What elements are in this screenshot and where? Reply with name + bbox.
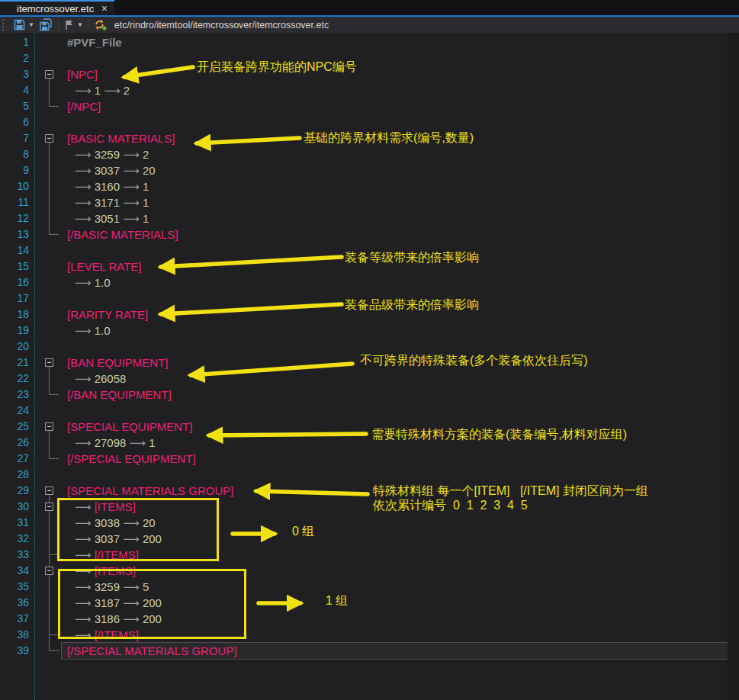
fold-cell[interactable]: − [35, 563, 63, 579]
code-line[interactable] [63, 291, 728, 307]
code-line[interactable]: [BASIC MATERIALS] [63, 130, 728, 146]
code-token-cm: #PVF_File [67, 36, 122, 49]
line-number: 8 [0, 146, 34, 162]
sync-add-icon [93, 18, 107, 31]
code-line[interactable]: ⟶ 1.0 [63, 275, 728, 291]
code-token-ar: ⟶ [75, 148, 95, 161]
code-token-tag: [NPC] [67, 68, 98, 81]
toolbar-separator [88, 19, 88, 31]
code-line[interactable]: ⟶ [/ITEMS] [63, 547, 728, 563]
line-number-gutter: 1234567891011121314151617181920212223242… [0, 33, 35, 700]
code-token-num: 3259 [95, 580, 124, 593]
code-line[interactable]: ⟶ 27098 ⟶ 1 [63, 435, 728, 451]
code-line[interactable]: ⟶ 3038 ⟶ 20 [63, 515, 728, 531]
code-line[interactable]: ⟶ 3259 ⟶ 5 [63, 579, 728, 595]
code-line[interactable]: ⟶ 3187 ⟶ 200 [63, 595, 728, 611]
code-line[interactable]: ⟶ 1 ⟶ 2 [63, 82, 728, 98]
chevron-down-icon[interactable]: ▼ [77, 21, 83, 28]
code-line[interactable]: ⟶ 3051 ⟶ 1 [63, 210, 728, 226]
code-token-ar: ⟶ [123, 196, 143, 209]
fold-collapse-icon[interactable]: − [45, 422, 53, 431]
editor-window: itemcrossover.etc × ▼ [0, 0, 739, 700]
tool-button[interactable] [63, 18, 75, 32]
fold-cell [35, 50, 63, 66]
code-line[interactable] [63, 50, 728, 66]
fold-cell [35, 451, 63, 467]
line-number: 38 [0, 627, 34, 643]
code-token-num: 3038 [95, 516, 124, 529]
fold-collapse-icon[interactable]: − [45, 503, 53, 511]
close-icon[interactable]: × [101, 3, 108, 14]
code-token-ar: ⟶ [75, 580, 95, 593]
code-token-tag: [/BASIC MATERIALS] [67, 228, 178, 241]
code-editor[interactable]: 1234567891011121314151617181920212223242… [0, 33, 739, 700]
code-token-tag: [LEVEL RATE] [67, 260, 142, 273]
fold-cell[interactable]: − [35, 419, 63, 435]
save-button[interactable] [13, 18, 26, 32]
fold-cell[interactable]: − [35, 130, 63, 146]
fold-cell[interactable]: − [35, 483, 63, 499]
code-token-ar: ⟶ [75, 212, 95, 225]
code-line[interactable]: ⟶ 26058 [63, 371, 728, 387]
sync-add-button[interactable] [93, 18, 107, 32]
code-line[interactable]: [BAN EQUIPMENT] [63, 355, 728, 371]
code-line[interactable]: #PVF_File [63, 34, 728, 50]
code-line[interactable] [63, 339, 728, 355]
code-line[interactable] [63, 242, 728, 258]
code-line[interactable]: [/BASIC MATERIALS] [63, 226, 728, 242]
code-line[interactable]: [SPECIAL EQUIPMENT] [63, 419, 728, 435]
code-line[interactable]: ⟶ 3037 ⟶ 20 [63, 162, 728, 178]
code-line[interactable]: [/SPECIAL MATERIALS GROUP] [63, 643, 728, 659]
code-line[interactable]: ⟶ [ITEMS] [63, 563, 728, 579]
fold-cell[interactable]: − [35, 355, 63, 371]
save-all-button[interactable] [39, 18, 53, 32]
code-line[interactable]: [/BAN EQUIPMENT] [63, 387, 728, 403]
toolbar-grip-handle[interactable] [2, 19, 7, 31]
code-line[interactable]: [RARITY RATE] [63, 307, 728, 323]
line-number: 39 [0, 643, 34, 659]
code-line[interactable]: ⟶ 3186 ⟶ 200 [63, 611, 728, 627]
line-number: 30 [0, 499, 34, 515]
file-path-breadcrumb[interactable]: etc/rindro/itemtool/itemcrossover/itemcr… [114, 20, 329, 31]
fold-collapse-icon[interactable]: − [45, 567, 53, 575]
fold-cell [35, 82, 63, 98]
code-line[interactable] [63, 403, 728, 419]
code-line[interactable] [63, 114, 728, 130]
fold-cell[interactable]: − [35, 66, 63, 82]
code-line[interactable]: [/SPECIAL EQUIPMENT] [63, 451, 728, 467]
vertical-scrollbar[interactable] [728, 33, 739, 700]
code-line[interactable]: [NPC] [63, 66, 728, 82]
fold-collapse-icon[interactable]: − [45, 134, 53, 143]
code-line[interactable]: [SPECIAL MATERIALS GROUP] [63, 483, 728, 499]
tab-itemcrossover[interactable]: itemcrossover.etc × [0, 0, 114, 15]
code-line[interactable]: ⟶ 1.0 [63, 323, 728, 339]
fold-collapse-icon[interactable]: − [45, 70, 53, 79]
code-line[interactable] [63, 467, 728, 483]
line-number: 31 [0, 515, 34, 531]
fold-collapse-icon[interactable]: − [45, 358, 53, 367]
line-number: 17 [0, 291, 34, 307]
code-line[interactable]: ⟶ [/ITEMS] [63, 627, 728, 643]
code-line[interactable]: ⟶ 3160 ⟶ 1 [63, 178, 728, 194]
code-line[interactable]: ⟶ 3171 ⟶ 1 [63, 194, 728, 210]
code-token-ar: ⟶ [75, 564, 95, 577]
code-line[interactable]: ⟶ 3259 ⟶ 2 [63, 146, 728, 162]
line-number: 10 [0, 178, 34, 194]
code-token-num: 1 [149, 436, 155, 449]
line-number: 11 [0, 194, 34, 210]
fold-cell [35, 242, 63, 258]
save-all-icon [39, 18, 53, 31]
tab-title: itemcrossover.etc [17, 3, 101, 14]
line-number: 15 [0, 258, 34, 275]
fold-cell [35, 531, 63, 547]
code-token-num: 26058 [95, 372, 127, 385]
code-line[interactable]: ⟶ 3037 ⟶ 200 [63, 531, 728, 547]
code-line[interactable]: [LEVEL RATE] [63, 258, 728, 275]
chevron-down-icon[interactable]: ▼ [28, 21, 34, 28]
code-line[interactable]: ⟶ [ITEMS] [63, 499, 728, 515]
code-line[interactable]: [/NPC] [63, 98, 728, 114]
fold-cell[interactable]: − [35, 499, 63, 515]
fold-collapse-icon[interactable]: − [45, 486, 53, 495]
code-token-tag: [/SPECIAL EQUIPMENT] [67, 452, 196, 465]
line-number: 25 [0, 419, 34, 435]
